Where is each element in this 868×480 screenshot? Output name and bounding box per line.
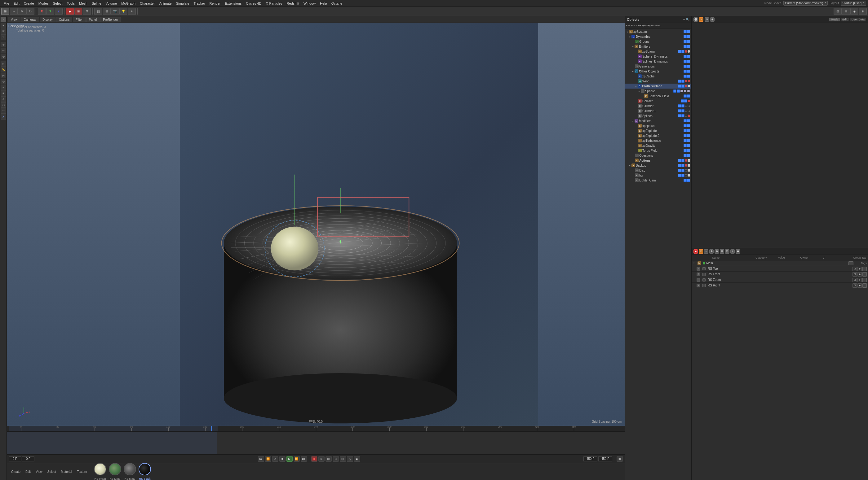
toolbar-btn-render[interactable]: ▶ bbox=[66, 8, 74, 15]
obj-item-xpcache[interactable]: C xpCache bbox=[625, 74, 691, 79]
toolbar-btn-floor[interactable]: ⊟ bbox=[103, 8, 111, 15]
toolbar-btn-scale[interactable]: ⇱ bbox=[18, 8, 26, 15]
rq-btn-rs-right-2[interactable]: ◈ bbox=[858, 283, 862, 288]
toolbar-btn-render-settings[interactable]: ⚙ bbox=[83, 8, 91, 15]
toolbar-btn-object-mode[interactable]: ⊞ bbox=[1, 8, 9, 15]
tool-spline-tool[interactable]: 〜 bbox=[1, 108, 6, 114]
vis-check2-modifiers[interactable] bbox=[687, 119, 690, 122]
material-ball-mate2[interactable] bbox=[124, 463, 136, 475]
attr-tab-mode[interactable]: Mode bbox=[829, 18, 840, 21]
vis-check-xpexplode2[interactable] bbox=[684, 134, 687, 137]
btn-next-frame[interactable]: ⏩ bbox=[293, 456, 300, 462]
vis-check2-dynamics[interactable] bbox=[687, 35, 690, 38]
btn-motion-clip[interactable]: ▤ bbox=[326, 456, 332, 462]
obj-item-torus-field[interactable]: T Torus Field bbox=[625, 148, 691, 153]
rq-item-rs-top[interactable]: R RS Top ⊡ ◈ bbox=[692, 266, 868, 272]
menu-volume[interactable]: Volume bbox=[104, 1, 119, 6]
vis-check2-xpspawn2[interactable] bbox=[687, 124, 690, 127]
vis-check2-cloth[interactable] bbox=[681, 84, 684, 88]
tool-polygon[interactable]: ⬡ bbox=[1, 102, 6, 108]
menu-create[interactable]: Create bbox=[22, 1, 36, 6]
toolbar-btn-r4[interactable]: ⊗ bbox=[859, 8, 867, 15]
obj-item-xpgravity[interactable]: G xpGravity bbox=[625, 143, 691, 148]
obj-item-actions[interactable]: A Actions bbox=[625, 158, 691, 163]
btn-autokey[interactable]: ⊙ bbox=[333, 456, 339, 462]
menu-select[interactable]: Select bbox=[51, 1, 64, 6]
vis-check2-cillinder[interactable] bbox=[681, 104, 684, 107]
vis-check2-actions[interactable] bbox=[681, 159, 684, 162]
rq-vis-rs-top[interactable] bbox=[702, 267, 706, 271]
vp-tab-display[interactable]: Display bbox=[40, 17, 56, 22]
vis-check2-xpexplode2[interactable] bbox=[687, 134, 690, 137]
menu-mograph[interactable]: MoGraph bbox=[119, 1, 137, 6]
tool-deform[interactable]: ⋈ bbox=[1, 73, 6, 78]
material-ball-black[interactable] bbox=[138, 463, 151, 475]
material-ball-incan[interactable] bbox=[94, 463, 106, 475]
obj-tab-object[interactable]: Object bbox=[641, 23, 646, 28]
menu-octane[interactable]: Octane bbox=[330, 1, 344, 6]
toolbar-btn-camera[interactable]: 📷 bbox=[111, 8, 119, 15]
vis-check2-sph-field[interactable] bbox=[687, 95, 690, 98]
vis-check2-xpsystem[interactable] bbox=[687, 30, 690, 33]
vis-check-backup[interactable] bbox=[678, 164, 681, 167]
attr-icon-3[interactable]: ⊙ bbox=[705, 18, 709, 22]
vis-check-xpspawn2[interactable] bbox=[684, 124, 687, 127]
vis-check2-sphere-dyn[interactable] bbox=[687, 55, 690, 58]
menu-spline[interactable]: Spline bbox=[90, 1, 103, 6]
toolbar-btn-y[interactable]: Y bbox=[46, 8, 54, 15]
tool-loop[interactable]: ⟳ bbox=[1, 96, 6, 102]
tool-rotate[interactable]: ↻ bbox=[1, 34, 6, 40]
rq-btn-rs-zoom-1[interactable]: ⊡ bbox=[852, 278, 857, 282]
mat-tab-create[interactable]: Create bbox=[9, 470, 22, 474]
menu-mesh[interactable]: Mesh bbox=[77, 1, 89, 6]
vis-check2-wind[interactable] bbox=[681, 79, 684, 83]
toolbar-btn-move[interactable]: ↔ bbox=[10, 8, 18, 15]
rq-icon-8[interactable]: ◬ bbox=[731, 249, 735, 253]
vis-check2-splines-dyn[interactable] bbox=[687, 60, 690, 63]
obj-item-xpexplode[interactable]: E xpExplode bbox=[625, 128, 691, 133]
vis-check2-disc[interactable] bbox=[681, 169, 684, 172]
rq-btn-rs-zoom-2[interactable]: ◈ bbox=[858, 278, 862, 282]
btn-key-all[interactable]: ⊕ bbox=[318, 456, 324, 462]
vis-check-groups[interactable] bbox=[684, 40, 687, 43]
rq-btn-rs-front-2[interactable]: ◈ bbox=[858, 272, 862, 277]
tool-xp[interactable]: X bbox=[1, 114, 6, 119]
toolbar-btn-timeline[interactable]: ▤ bbox=[94, 8, 102, 15]
obj-item-questions[interactable]: ? Questions bbox=[625, 153, 691, 158]
objects-list[interactable]: X xpSystem D Dynamics G bbox=[625, 29, 691, 480]
vis-check2-questions[interactable] bbox=[687, 154, 690, 157]
obj-item-disc[interactable]: D Disc bbox=[625, 168, 691, 173]
obj-item-xpspawn2[interactable]: S xpspawn bbox=[625, 123, 691, 128]
vis-check2-sphere[interactable] bbox=[677, 90, 680, 93]
obj-item-backup[interactable]: B Backup bbox=[625, 163, 691, 168]
tool-magnet[interactable]: ◎ bbox=[1, 79, 6, 84]
menu-window[interactable]: Window bbox=[302, 1, 317, 6]
vis-check-disc[interactable] bbox=[678, 169, 681, 172]
mat-tab-select[interactable]: Select bbox=[45, 470, 58, 474]
vis-check2-collider[interactable] bbox=[684, 99, 687, 103]
material-ball-mate1[interactable] bbox=[109, 463, 121, 475]
tool-snap[interactable]: ◫ bbox=[1, 61, 6, 67]
btn-track[interactable]: ▣ bbox=[354, 456, 360, 462]
obj-item-collider[interactable]: C Collider bbox=[625, 99, 691, 103]
vis-check-generators[interactable] bbox=[684, 65, 687, 68]
rq-icon-5[interactable]: ⊗ bbox=[715, 249, 719, 253]
layout-dropdown[interactable]: Startup [User] bbox=[841, 1, 866, 6]
vis-check-lights-cam[interactable] bbox=[684, 179, 687, 182]
rq-check-rs-top[interactable] bbox=[862, 267, 867, 271]
attr-icon-4[interactable]: ◈ bbox=[710, 18, 715, 22]
mat-tab-view[interactable]: View bbox=[34, 470, 44, 474]
menu-redshift[interactable]: Redshift bbox=[285, 1, 301, 6]
menu-help[interactable]: Help bbox=[318, 1, 329, 6]
vis-check-questions[interactable] bbox=[684, 154, 687, 157]
vis-check-xpgravity[interactable] bbox=[684, 144, 687, 147]
vis-check-other-objs[interactable] bbox=[684, 70, 687, 73]
btn-frame-mode[interactable]: ▦ bbox=[617, 456, 623, 462]
rq-check-rs-zoom[interactable] bbox=[862, 278, 867, 282]
timeline-tracks[interactable] bbox=[7, 432, 625, 454]
rq-icon-render[interactable]: ▶ bbox=[693, 249, 698, 253]
vp-tab-cameras[interactable]: Cameras bbox=[21, 17, 39, 22]
vis-check-cillinder1[interactable] bbox=[678, 109, 681, 112]
btn-pose[interactable]: ◫ bbox=[340, 456, 346, 462]
vis-check-emitters[interactable] bbox=[684, 45, 687, 48]
